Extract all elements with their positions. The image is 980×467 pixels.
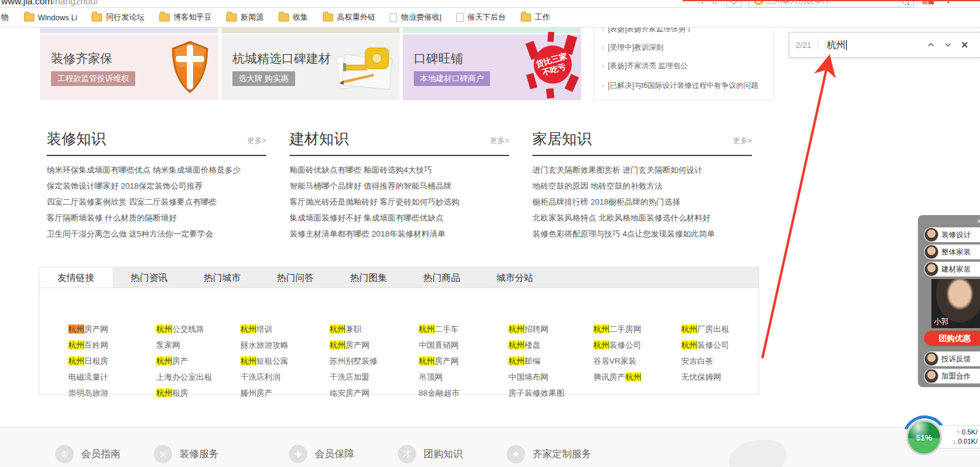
friend-link[interactable]: 杭州房产网 xyxy=(419,356,459,367)
article-link[interactable]: 卫生间干湿分离怎么做 这5种方法你一定要学会 xyxy=(47,226,266,242)
article-link[interactable]: 进门玄关隔断效果图赏析 进门玄关隔断如何设计 xyxy=(532,162,752,178)
more-link[interactable]: 更多> xyxy=(247,136,266,149)
find-previous-button[interactable] xyxy=(926,40,936,50)
footer-item[interactable]: ⚒装修服务 xyxy=(154,445,219,463)
bookmark-item[interactable]: 物 xyxy=(1,12,9,23)
friend-link[interactable]: 电磁流量计 xyxy=(68,372,108,383)
friend-link[interactable]: 无忧保姆网 xyxy=(681,372,721,383)
article-link[interactable]: 纳米环保集成墙面有哪些优点 纳米集成墙面价格是多少 xyxy=(47,162,266,178)
article-link[interactable]: 智能马桶哪个品牌好 值得推荐的智能马桶品牌 xyxy=(290,178,509,194)
friend-link[interactable]: 杭州百姓网 xyxy=(68,340,108,351)
friend-link[interactable]: 干洗店利润 xyxy=(240,372,280,383)
tab-item[interactable]: 热门问答 xyxy=(259,267,332,288)
assistant-pill[interactable]: 建材家居 xyxy=(924,262,980,277)
friend-link[interactable]: 杭州日租房 xyxy=(68,356,108,367)
friend-link[interactable]: 干洗店加盟 xyxy=(330,372,369,383)
bookmark-item[interactable]: 催天下后台 xyxy=(456,12,506,23)
footer-item[interactable]: ★齐家定制服务 xyxy=(507,445,591,463)
find-next-button[interactable] xyxy=(943,40,953,50)
assistant-pill[interactable]: 装修设计 xyxy=(924,227,980,242)
article-link[interactable]: 客厅隔断墙装修 什么材质的隔断墙好 xyxy=(47,210,266,226)
friend-link[interactable]: 临安房产网 xyxy=(330,388,369,399)
friend-link[interactable]: 杭州房产网 xyxy=(330,340,369,351)
friend-link[interactable]: 安吉白茶 xyxy=(681,356,713,367)
friend-link[interactable]: 杭州装修公司 xyxy=(593,340,641,351)
friend-link[interactable]: 杭州房产 xyxy=(156,356,188,367)
friend-link[interactable]: 上海办公室出租 xyxy=(156,372,212,383)
article-link[interactable]: 橱柜品牌排行榜 2018橱柜品牌的热门选择 xyxy=(532,194,752,210)
friend-link[interactable]: 杭州培训 xyxy=(240,324,272,335)
bookmark-item[interactable]: 收集 xyxy=(279,12,308,23)
bookmark-item[interactable]: Windows Li xyxy=(24,14,77,22)
friend-link[interactable]: 杭州兼职 xyxy=(330,324,362,335)
footer-item[interactable]: ♔会员指南 xyxy=(55,445,121,463)
article-link[interactable]: 北欧家装风格特点 北欧风格地面装修选什么材料好 xyxy=(532,210,752,226)
friend-link[interactable]: 中国墙布网 xyxy=(508,372,548,383)
friend-link[interactable]: 88金融超市 xyxy=(419,388,459,399)
bookmark-item[interactable]: 高权重外链 xyxy=(323,12,376,23)
friend-link[interactable]: 吊顶网 xyxy=(419,372,443,383)
friend-link[interactable]: 崇明岛旅游 xyxy=(68,388,108,399)
tab-active[interactable]: 友情链接 xyxy=(39,267,113,288)
bookmark-item[interactable]: 物业费催收| xyxy=(390,12,441,23)
assistant-pill[interactable]: 整体家装 xyxy=(924,245,980,259)
friend-link[interactable]: 腾讯房产杭州 xyxy=(593,372,641,383)
friend-link[interactable]: 杭州短租公寓 xyxy=(240,356,288,367)
friend-link[interactable]: 泵家网 xyxy=(156,340,180,351)
article-link[interactable]: 釉面砖优缺点有哪些 釉面砖选购4大技巧 xyxy=(290,162,509,178)
article-link[interactable]: 地砖空鼓的原因 地砖空鼓的补救方法 xyxy=(532,178,752,194)
bookmark-item[interactable]: 博客知乎豆 xyxy=(159,12,212,23)
article-link[interactable]: 集成墙面装修好不好 集成墙面有哪些优缺点 xyxy=(290,210,509,226)
tab-item[interactable]: 城市分站 xyxy=(478,267,551,288)
find-input[interactable]: 杭州 xyxy=(827,39,847,51)
bookmark-item[interactable]: 同行发论坛 xyxy=(92,12,144,23)
friend-link[interactable]: 杭州二手车 xyxy=(419,324,459,335)
friend-link[interactable]: 杭州招聘网 xyxy=(508,324,548,335)
article-link[interactable]: 客厅抛光砖还是抛釉砖好 客厅瓷砖如何巧妙选购 xyxy=(290,194,509,210)
footer-item[interactable]: ✚会员保障 xyxy=(289,445,354,463)
friend-link[interactable]: 杭州楼盘 xyxy=(508,340,540,351)
assistant-pill[interactable]: 投诉反馈 xyxy=(924,351,980,366)
friend-link[interactable]: 杭州装修公司 xyxy=(681,340,729,351)
article-link[interactable]: 保定装饰设计哪家好 2018保定装饰公司推荐 xyxy=(47,178,266,194)
panel-close-icon[interactable]: × xyxy=(977,216,980,226)
banner-title: 口碑旺铺 xyxy=(414,50,463,67)
assistant-pill-label: 投诉反馈 xyxy=(941,354,971,364)
find-match-highlight: 杭州 xyxy=(593,324,609,334)
tab-item[interactable]: 热门城市 xyxy=(186,267,259,288)
more-link[interactable]: 更多> xyxy=(490,136,509,149)
tab-item[interactable]: 热门资讯 xyxy=(113,267,186,288)
article-link[interactable]: 装修主材清单都有哪些 2018年装修材料清单 xyxy=(290,226,509,242)
complaint-link[interactable]: ›[表扬]齐家洪亮 监理包公 xyxy=(602,61,688,71)
group-buy-cta-button[interactable]: 团购优惠 xyxy=(924,331,980,346)
bookmark-item[interactable]: 新闻源 xyxy=(226,12,264,23)
footer-item[interactable]: 才团购知识 xyxy=(398,445,463,463)
friend-link[interactable]: 杭州二手房网 xyxy=(593,324,641,335)
friend-link[interactable]: 杭州厂房出租 xyxy=(681,324,729,335)
more-link[interactable]: 更多> xyxy=(733,136,752,149)
memory-usage-button[interactable]: 51% xyxy=(906,420,942,455)
friend-link[interactable]: 杭州公交线路 xyxy=(156,324,204,335)
friend-link[interactable]: 苏州别墅装修 xyxy=(330,356,377,367)
complaint-link[interactable]: ›[受理中]教训深刻 xyxy=(602,42,663,53)
address-bar[interactable]: www.jia.com/hangzhou/ xyxy=(1,0,98,6)
assistant-pill[interactable]: 加盟合作 xyxy=(924,369,980,383)
tab-item[interactable]: 热门图集 xyxy=(332,267,405,288)
friend-link[interactable]: 杭州邮编 xyxy=(508,356,540,367)
tab-item[interactable]: 热门商品 xyxy=(405,267,478,288)
friend-link[interactable]: 房子装修效果图 xyxy=(508,388,564,399)
article-link[interactable]: 装修色彩搭配原理与技巧 4点让您发现装修如此简单 xyxy=(532,226,752,242)
bookmark-item[interactable]: 工作 xyxy=(521,12,550,23)
friend-link[interactable]: 谷居VR家装 xyxy=(593,356,636,367)
friend-link[interactable]: 中国直销网 xyxy=(419,340,459,351)
friend-link[interactable]: 杭州租房 xyxy=(156,388,188,399)
article-link[interactable]: 四室二厅装修案例欣赏 四室二厅装修要点有哪些 xyxy=(47,194,266,210)
friend-link[interactable]: 杭州房产网 xyxy=(68,324,108,335)
friend-link[interactable]: 丽水旅游攻略 xyxy=(240,340,288,351)
complaint-link[interactable]: ›[已解决]与t6国际设计装修过程中有争议的问题 xyxy=(602,80,758,91)
promo-banner-jiancai[interactable]: 杭城精选口碑建材 选大牌 购实惠 xyxy=(221,34,400,100)
promo-banner-wangpu[interactable]: 口碑旺铺 本地建材口碑商户 货比三家 不吃亏 xyxy=(403,34,581,100)
friend-link[interactable]: 滕州房产 xyxy=(240,388,272,399)
find-close-icon[interactable] xyxy=(960,40,970,50)
promo-banner-qijiabao[interactable]: 装修齐家保 工程款监管投诉维权 xyxy=(40,34,218,100)
